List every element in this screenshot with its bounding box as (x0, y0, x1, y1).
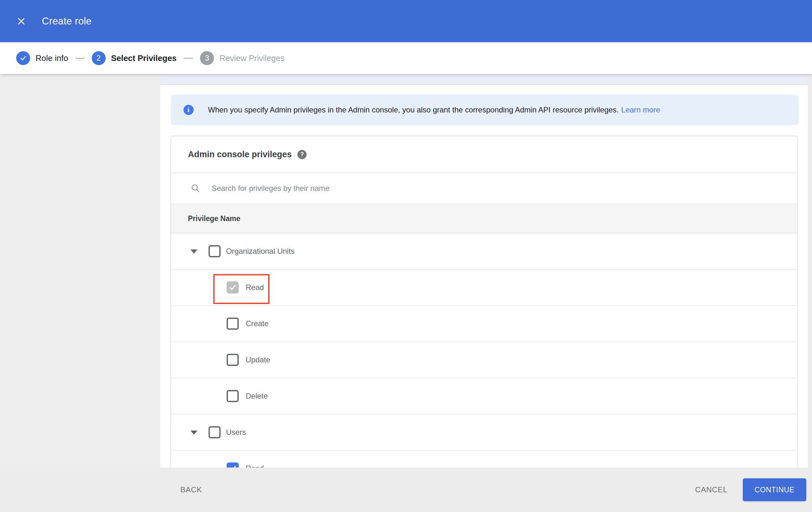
step-number: 2 (92, 51, 106, 65)
step-label: Select Privileges (111, 53, 177, 63)
content-area: i When you specify Admin privileges in t… (160, 74, 812, 512)
column-header-privilege-name: Privilege Name (188, 214, 240, 223)
footer-bar: BACK CANCEL CONTINUE (0, 467, 812, 512)
learn-more-link[interactable]: Learn more (621, 105, 660, 114)
scrollbar[interactable] (808, 74, 812, 467)
privilege-row: Read (171, 270, 798, 306)
info-icon: i (183, 105, 194, 115)
privilege-row: Update (171, 342, 798, 378)
privilege-checkbox[interactable] (208, 426, 221, 438)
dialog-title: Create role (42, 16, 92, 27)
highlight-annotation (213, 274, 269, 304)
back-button[interactable]: BACK (180, 485, 202, 494)
privilege-row: Organizational Units (171, 234, 798, 270)
step-review-privileges[interactable]: 3 Review Privileges (200, 51, 284, 65)
step-select-privileges[interactable]: 2 Select Privileges (92, 51, 177, 65)
continue-button[interactable]: CONTINUE (743, 478, 806, 501)
privilege-row: Delete (171, 378, 798, 414)
privilege-label: Delete (246, 392, 268, 401)
step-number: 3 (200, 51, 214, 65)
privilege-label: Organizational Units (226, 247, 295, 256)
create-role-dialog: Create role Role info 2 Select Privilege… (0, 0, 812, 512)
privilege-checkbox[interactable] (227, 354, 239, 366)
step-connector (75, 58, 85, 59)
info-banner: i When you specify Admin privileges in t… (171, 95, 799, 125)
chevron-down-icon[interactable] (191, 431, 198, 435)
chevron-down-icon[interactable] (191, 250, 198, 254)
step-connector (183, 58, 193, 59)
step-label: Role info (35, 53, 68, 63)
privilege-label: Create (246, 319, 268, 328)
privilege-row: Users (171, 414, 798, 451)
privileges-card: Admin console privileges ? Privilege Nam… (171, 136, 798, 510)
privilege-checkbox[interactable] (227, 318, 239, 330)
step-label: Review Privileges (219, 53, 284, 63)
card-title: Admin console privileges (188, 150, 292, 159)
privilege-row: Create (171, 306, 798, 342)
step-complete-check-icon (16, 51, 30, 65)
table-header: Privilege Name (171, 204, 798, 234)
search-input[interactable] (211, 184, 689, 193)
privilege-label: Users (226, 428, 246, 437)
privilege-rows: Organizational Units Read Create Update … (171, 234, 798, 487)
banner-message: When you specify Admin privileges in the… (208, 105, 619, 114)
scrolled-content-edge (160, 74, 812, 85)
privilege-checkbox[interactable] (208, 245, 221, 257)
cancel-button[interactable]: CANCEL (695, 485, 728, 494)
search-icon (191, 183, 201, 193)
stepper: Role info 2 Select Privileges 3 Review P… (0, 42, 812, 74)
left-panel (0, 74, 160, 512)
privilege-checkbox[interactable] (227, 390, 239, 402)
card-header: Admin console privileges ? (171, 136, 798, 173)
privilege-label: Update (246, 355, 270, 364)
close-icon[interactable] (16, 16, 27, 27)
dialog-body: i When you specify Admin privileges in t… (0, 74, 812, 512)
appbar: Create role (0, 0, 812, 42)
banner-text: When you specify Admin privileges in the… (208, 105, 660, 114)
step-role-info[interactable]: Role info (16, 51, 68, 65)
help-icon[interactable]: ? (297, 150, 307, 159)
privilege-search-row (171, 173, 798, 204)
